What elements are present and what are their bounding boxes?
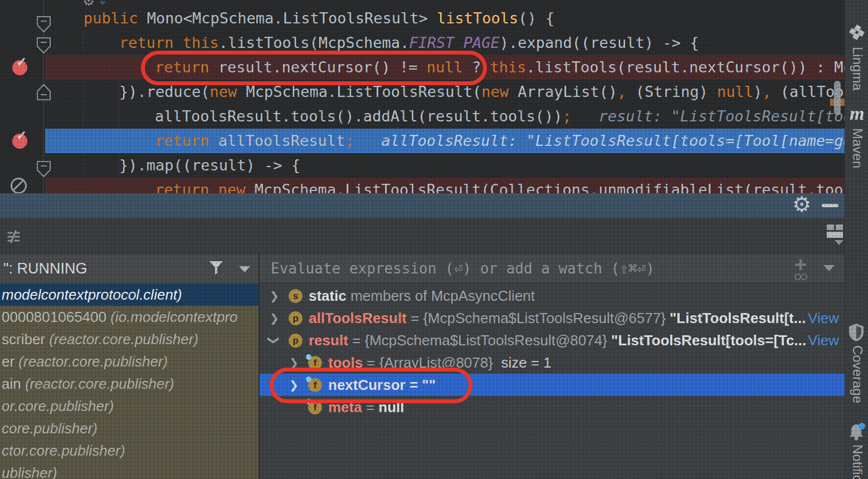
variable-row[interactable]: fmeta = null xyxy=(260,396,845,418)
field-pin-icon xyxy=(306,377,311,382)
coverage-shield-icon[interactable] xyxy=(848,323,865,342)
visibility-badge-p: p xyxy=(289,334,303,348)
variable-row[interactable]: ❯fnextCursor = "" xyxy=(260,374,845,396)
evaluate-expression-input[interactable] xyxy=(270,254,773,283)
code-line[interactable]: return new McpSchema.ListToolsResult(Col… xyxy=(155,178,845,193)
chevron-down-icon[interactable] xyxy=(823,265,835,271)
variable-row[interactable]: ❯pallToolsResult = {McpSchema$ListToolsR… xyxy=(260,307,845,329)
ide-window: { "annotations": {"color": "#e6352b"}, "… xyxy=(0,0,868,479)
stack-frame-row[interactable]: core.publisher) xyxy=(0,417,259,439)
debug-toolbar xyxy=(0,218,845,254)
code-line[interactable]: public Mono<McpSchema.ListToolsResult> l… xyxy=(84,6,554,31)
variable-row[interactable]: ❯presult = {McpSchema$ListToolsResult@80… xyxy=(260,329,845,351)
field-pin-icon xyxy=(306,399,311,404)
view-link[interactable]: View xyxy=(808,329,839,351)
sidebar-item-lingma[interactable]: Lingma xyxy=(850,47,865,91)
stack-frame-row[interactable]: or.core.publisher) xyxy=(0,395,259,417)
code-line[interactable]: return allToolsResult; allToolsResult: "… xyxy=(155,129,845,153)
add-watch-icon[interactable]: + xyxy=(793,255,816,282)
visibility-badge-p: p xyxy=(289,311,303,325)
chevron-expanded-icon[interactable]: ❯ xyxy=(263,336,285,345)
field-pin-icon xyxy=(306,354,311,360)
chevron-down-icon[interactable] xyxy=(239,266,250,272)
editor-scrollbar[interactable] xyxy=(834,81,841,115)
chevron-collapsed-icon[interactable]: ❯ xyxy=(270,307,279,329)
stack-frame-row[interactable]: ublisher) xyxy=(0,462,259,479)
visibility-badge-s: s xyxy=(289,289,303,303)
variables-tree[interactable]: ❯sstatic members of McpAsyncClient❯pallT… xyxy=(260,284,845,479)
code-line[interactable]: return this.listTools(McpSchema.FIRST_PA… xyxy=(119,31,699,55)
sidebar-item-coverage[interactable]: Coverage xyxy=(850,345,865,403)
variable-text: result = {McpSchema$ListToolsResult@8074… xyxy=(309,329,806,351)
stack-frame-row[interactable]: 0000801065400 (io.modelcontextpro xyxy=(0,306,259,328)
chevron-down-icon xyxy=(99,1,106,5)
filter-funnel-icon[interactable] xyxy=(208,260,224,276)
variable-text: tools = {ArrayList@8078} size = 1 xyxy=(328,351,552,374)
visibility-badge-f: f xyxy=(308,400,322,414)
debug-panel-header: ⚙ xyxy=(0,193,845,218)
frames-list[interactable]: modelcontextprotocol.client)000080106540… xyxy=(0,284,259,479)
variable-text: meta = null xyxy=(328,396,404,418)
chevron-collapsed-icon[interactable]: ❯ xyxy=(270,285,279,307)
code-line[interactable]: allToolsResult.tools().addAll(result.too… xyxy=(155,104,845,129)
fold-marker-icon[interactable] xyxy=(36,36,52,55)
layout-settings-icon[interactable] xyxy=(827,224,843,239)
variable-text: nextCursor = "" xyxy=(328,374,436,396)
fold-marker-icon[interactable] xyxy=(36,83,52,101)
lingma-icon[interactable] xyxy=(848,23,866,41)
settings-gear-icon[interactable]: ⚙ xyxy=(792,192,811,217)
muted-breakpoint-icon[interactable] xyxy=(11,178,27,193)
code-line[interactable]: }).map((result) -> { xyxy=(119,153,300,178)
code-editor[interactable]: ⚙ public Mono<McpSchema.ListToolsResult>… xyxy=(0,0,845,193)
visibility-badge-f: f xyxy=(308,378,322,392)
chevron-collapsed-icon[interactable]: ❯ xyxy=(289,374,299,396)
notifications-bell-icon[interactable] xyxy=(848,422,867,441)
breakpoint-icon[interactable]: ✓ xyxy=(12,134,27,149)
chevron-collapsed-icon[interactable]: ❯ xyxy=(289,351,299,374)
maven-icon[interactable]: m xyxy=(850,103,864,124)
frames-panel-header: ": RUNNING xyxy=(0,254,259,284)
breakpoint-icon[interactable]: ✓ xyxy=(12,60,27,75)
visibility-badge-f: f xyxy=(308,356,322,370)
chevron-down-icon xyxy=(835,240,843,245)
sidebar-item-maven[interactable]: Maven xyxy=(850,128,865,168)
sidebar-item-notifications[interactable]: Notific xyxy=(850,444,865,479)
code-line[interactable]: }).reduce(new McpSchema.ListToolsResult(… xyxy=(119,80,845,104)
thread-status-label: ": RUNNING xyxy=(3,254,87,284)
minimize-icon[interactable] xyxy=(822,204,838,207)
code-line[interactable]: return result.nextCursor() != null ? thi… xyxy=(155,55,845,80)
evaluate-expression-bar: + xyxy=(260,254,845,284)
variable-text: allToolsResult = {McpSchema$ListToolsRes… xyxy=(309,307,806,329)
variable-row[interactable]: ❯sstatic members of McpAsyncClient xyxy=(260,285,845,307)
stack-frame-row[interactable]: er (reactor.core.publisher) xyxy=(0,350,259,373)
debug-tool-window: ⚙ ": RUNNING modelcontextprotocol.client… xyxy=(0,193,845,479)
fold-marker-icon[interactable] xyxy=(36,15,52,33)
stack-frame-row[interactable]: ain (reactor.core.publisher) xyxy=(0,373,259,395)
view-options-icon[interactable] xyxy=(7,230,20,243)
variable-text: static members of McpAsyncClient xyxy=(309,285,535,307)
variable-row[interactable]: ❯ftools = {ArrayList@8078} size = 1 xyxy=(260,351,845,374)
fold-marker-icon[interactable] xyxy=(36,160,52,178)
stack-frame-row[interactable]: ctor.core.publisher) xyxy=(0,439,259,462)
tool-window-sidebar: Lingma m Maven Coverage Notific xyxy=(845,0,868,479)
stack-frame-row[interactable]: scriber (reactor.core.publisher) xyxy=(0,328,259,350)
stack-frame-row[interactable]: modelcontextprotocol.client) xyxy=(0,284,259,306)
view-link[interactable]: View xyxy=(808,307,839,329)
